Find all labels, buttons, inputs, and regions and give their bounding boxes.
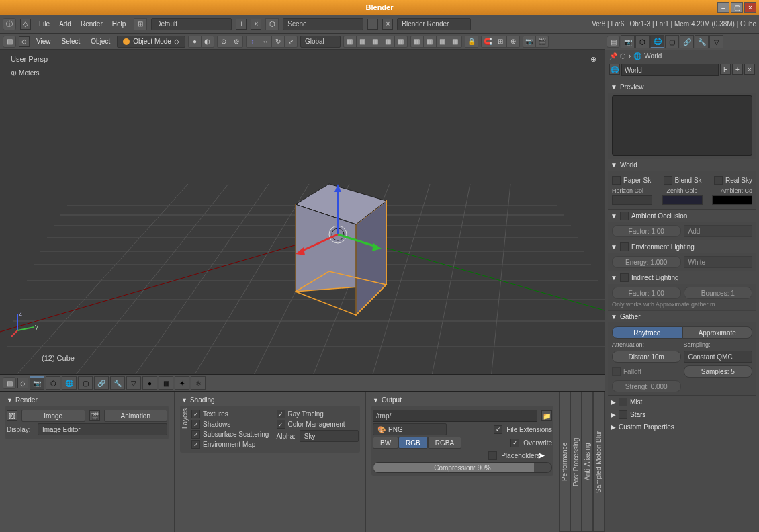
custom-props-header[interactable]: ▶Custom Properties	[608, 421, 756, 433]
vtab-postprocessing[interactable]: Post Processing	[570, 392, 582, 532]
rtab-world[interactable]: 🌐	[650, 35, 664, 48]
shadows-checkbox[interactable]	[191, 420, 200, 429]
approximate-button[interactable]: Approximate	[682, 326, 753, 339]
realsky-checkbox[interactable]	[714, 176, 723, 185]
menu-help[interactable]: Help	[108, 17, 130, 30]
envlight-header[interactable]: ▼Environment Lighting	[608, 240, 756, 253]
tab-modifiers[interactable]: 🔧	[110, 376, 125, 390]
compression-slider[interactable]: Compression: 90%	[373, 462, 552, 473]
horizon-color[interactable]	[612, 195, 652, 205]
rtab-render[interactable]: 📷	[621, 35, 635, 48]
qmc-dropdown[interactable]: Constant QMC	[684, 351, 753, 363]
shading-wire-icon[interactable]: ◐	[201, 36, 214, 48]
output-panel-header[interactable]: Output	[371, 394, 553, 406]
mist-header[interactable]: ▶Mist	[608, 396, 756, 408]
render-animation-button[interactable]: Animation	[104, 410, 168, 422]
format-dropdown[interactable]: 🎨 PNG	[373, 423, 447, 435]
bw-button[interactable]: BW	[373, 437, 398, 449]
render-engine-dropdown[interactable]: Blender Render	[397, 18, 471, 30]
indirect-checkbox[interactable]	[620, 273, 629, 282]
strength-field[interactable]: Strengt: 0.000	[612, 380, 681, 392]
rotate-icon[interactable]: ↻	[271, 36, 285, 48]
envlight-checkbox[interactable]	[620, 242, 629, 251]
pivot-toggle-icon[interactable]: ⊚	[230, 36, 243, 48]
layout-dropdown[interactable]: Default	[151, 18, 232, 30]
3d-viewport[interactable]: User Persp ⊕ Meters ⊕ (12) Cube	[0, 50, 605, 374]
tab-world[interactable]: 🌐	[62, 376, 77, 390]
ao-header[interactable]: ▼Ambient Occlusion	[608, 210, 756, 222]
minimize-button[interactable]: –	[717, 2, 729, 13]
layer-buttons-2[interactable]: ▦▦▦▦	[410, 36, 462, 48]
layer-buttons[interactable]: ▦▦▦▦▦	[343, 36, 408, 48]
view-menu[interactable]: View	[32, 35, 55, 48]
translate-icon[interactable]: ↔	[259, 36, 272, 48]
env-energy-field[interactable]: Energy: 1.000	[612, 256, 681, 268]
tab-scene[interactable]: ⬡	[46, 376, 60, 390]
overwrite-checkbox[interactable]	[510, 439, 519, 447]
scene-remove-button[interactable]: ×	[382, 19, 393, 30]
layout-add-button[interactable]: +	[236, 19, 247, 30]
rtab-data[interactable]: ▽	[709, 35, 723, 48]
display-dropdown[interactable]: Image Editor	[38, 423, 167, 435]
tab-render[interactable]: 📷	[30, 376, 44, 390]
world-name-input[interactable]	[621, 64, 719, 76]
world-add-button[interactable]: +	[732, 64, 743, 75]
ao-factor-field[interactable]: Factor: 1.00	[612, 225, 681, 237]
ao-mode-dropdown[interactable]: Add	[684, 225, 753, 237]
output-path-input[interactable]	[373, 410, 537, 422]
layout-remove-button[interactable]: ×	[251, 19, 261, 30]
scene-icon[interactable]: ⬡	[265, 18, 279, 30]
menu-file[interactable]: File	[35, 17, 54, 30]
env-color-dropdown[interactable]: White	[684, 256, 753, 268]
gather-header[interactable]: ▼Gather	[608, 311, 756, 322]
rtab-constraints[interactable]: 🔗	[680, 35, 694, 48]
render-preview-icon[interactable]: 📷	[523, 36, 536, 48]
world-browse-icon[interactable]: 🌐	[609, 64, 620, 75]
envmap-checkbox[interactable]	[191, 440, 200, 449]
tab-physics[interactable]: ⚛	[191, 376, 206, 390]
vtab-performance[interactable]: Performance	[559, 392, 570, 532]
manipulator-icon[interactable]: ↕	[246, 36, 259, 48]
distance-field[interactable]: Distan: 10m	[612, 351, 681, 363]
ao-checkbox[interactable]	[620, 212, 629, 220]
stars-header[interactable]: ▶Stars	[608, 408, 756, 421]
rgb-button[interactable]: RGB	[398, 437, 428, 449]
blendsky-checkbox[interactable]	[664, 176, 672, 185]
editor-type-icon[interactable]: ▤	[3, 36, 16, 48]
object-menu[interactable]: Object	[87, 35, 114, 48]
render-panel-header[interactable]: Render	[5, 394, 169, 406]
vtab-antialiasing[interactable]: Anti-Aliasing	[582, 392, 593, 532]
pin-icon[interactable]: 📌	[609, 52, 617, 60]
pivot-icon[interactable]: ⊙	[217, 36, 230, 48]
snap-target-icon[interactable]: ⊕	[506, 36, 520, 48]
raytracing-checkbox[interactable]	[277, 410, 285, 418]
pin-icon[interactable]: ◇	[17, 378, 28, 388]
tab-material[interactable]: ●	[142, 376, 157, 390]
layout-icon[interactable]: ⊞	[134, 18, 147, 30]
colormgmt-checkbox[interactable]	[277, 420, 285, 429]
menu-render[interactable]: Render	[77, 17, 107, 30]
expand-icon[interactable]: ◇	[20, 19, 31, 30]
placeholders-checkbox[interactable]	[488, 451, 497, 460]
tab-object[interactable]: ▢	[78, 376, 93, 390]
samples-field[interactable]: Samples: 5	[684, 365, 753, 378]
indirect-header[interactable]: ▼Indirect Lighting	[608, 271, 756, 284]
world-header[interactable]: ▼World	[608, 159, 756, 171]
alpha-dropdown[interactable]: Sky	[300, 430, 359, 442]
indirect-factor-field[interactable]: Factor: 1.00	[612, 287, 681, 299]
papersky-checkbox[interactable]	[612, 176, 621, 185]
indirect-bounces-field[interactable]: Bounces: 1	[684, 287, 753, 299]
browse-folder-icon[interactable]: 📁	[541, 410, 552, 421]
scale-icon[interactable]: ⤢	[284, 36, 298, 48]
snap-mode-icon[interactable]: ⊞	[494, 36, 507, 48]
vtab-motionblur[interactable]: Sampled Motion Blur	[593, 392, 605, 532]
orientation-dropdown[interactable]: Global	[300, 36, 341, 48]
menu-add[interactable]: Add	[55, 17, 75, 30]
snap-icon[interactable]: 🧲	[481, 36, 494, 48]
rtab-object[interactable]: ▢	[665, 35, 679, 48]
rtab-modifiers[interactable]: 🔧	[695, 35, 709, 48]
rgba-button[interactable]: RGBA	[428, 437, 461, 449]
raytrace-button[interactable]: Raytrace	[612, 326, 682, 339]
shading-panel-header[interactable]: Shading	[180, 394, 360, 406]
preview-header[interactable]: ▼Preview	[608, 81, 756, 93]
